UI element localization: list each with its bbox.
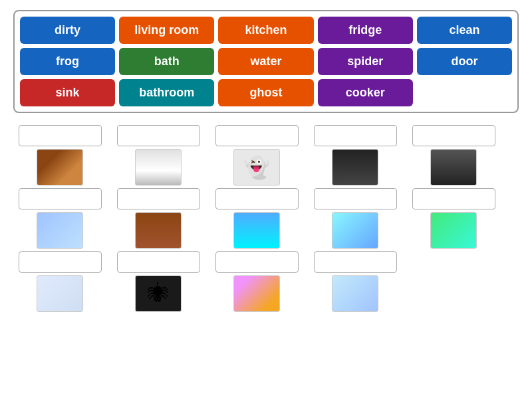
answer-section: 👻🕷 xyxy=(13,125,519,315)
answer-img-ans-door xyxy=(135,212,182,249)
answer-col-ans-fridge xyxy=(407,125,500,186)
word-tile-kitchen[interactable]: kitchen xyxy=(218,17,313,44)
answer-col-ans-kitchen xyxy=(210,251,303,312)
answer-img-ans-kitchen xyxy=(233,275,280,312)
answer-row-1 xyxy=(13,188,519,249)
answer-box-ans-livingroom[interactable] xyxy=(19,188,102,209)
answer-col-ans-dirty xyxy=(13,125,106,186)
answer-col-ans-bathroom xyxy=(13,251,106,312)
answer-img-ans-spider: 🕷 xyxy=(135,275,182,312)
answer-img-ans-frog xyxy=(430,212,477,249)
answer-box-ans-fridge[interactable] xyxy=(412,125,495,146)
word-tile-cooker[interactable]: cooker xyxy=(318,79,413,106)
answer-row-2: 🕷 xyxy=(13,251,519,312)
answer-img-ans-ghost: 👻 xyxy=(233,149,280,186)
word-tile-ghost[interactable]: ghost xyxy=(218,79,313,106)
answer-img-ans-toilet xyxy=(135,149,182,186)
answer-box-ans-frog[interactable] xyxy=(412,188,495,209)
answer-col-ans-door xyxy=(112,188,205,249)
answer-col-ans-water xyxy=(210,188,303,249)
answer-col-ans-toilet xyxy=(112,125,205,186)
answer-col-ans-ghost: 👻 xyxy=(210,125,303,186)
answer-img-ans-livingroom xyxy=(37,212,83,249)
answer-img-ans-sink xyxy=(332,275,378,312)
answer-img-ans-bath xyxy=(332,212,378,249)
answer-box-ans-kitchen[interactable] xyxy=(215,251,299,273)
word-tile-door[interactable]: door xyxy=(417,48,512,75)
main-container: dirtyliving roomkitchenfridgecleanfrogba… xyxy=(0,0,532,325)
answer-box-ans-water[interactable] xyxy=(215,188,299,209)
answer-box-ans-door[interactable] xyxy=(117,188,200,209)
answer-box-ans-bathroom[interactable] xyxy=(19,251,102,273)
word-tile-bathroom[interactable]: bathroom xyxy=(119,79,214,106)
answer-img-ans-water xyxy=(233,212,280,249)
answer-img-ans-bathroom xyxy=(37,275,83,312)
answer-col-ans-bath xyxy=(309,188,402,249)
word-bank: dirtyliving roomkitchenfridgecleanfrogba… xyxy=(13,10,519,113)
answer-box-ans-sink[interactable] xyxy=(314,251,397,273)
answer-box-ans-spider[interactable] xyxy=(117,251,200,273)
word-tile-frog[interactable]: frog xyxy=(20,48,115,75)
answer-box-ans-cooker[interactable] xyxy=(314,125,397,146)
answer-col-ans-frog xyxy=(407,188,500,249)
answer-box-ans-ghost[interactable] xyxy=(215,125,299,146)
word-tile-water[interactable]: water xyxy=(218,48,313,75)
answer-row-0: 👻 xyxy=(13,125,519,186)
answer-img-ans-cooker xyxy=(332,149,378,186)
answer-img-ans-fridge xyxy=(430,149,477,186)
word-tile-dirty[interactable]: dirty xyxy=(20,17,115,44)
word-tile-sink[interactable]: sink xyxy=(20,79,115,106)
word-tile-spider[interactable]: spider xyxy=(318,48,413,75)
answer-box-ans-toilet[interactable] xyxy=(117,125,200,146)
answer-col-ans-sink xyxy=(309,251,402,312)
answer-img-ans-dirty xyxy=(37,149,83,186)
word-tile-living-room[interactable]: living room xyxy=(119,17,214,44)
word-tile-bath[interactable]: bath xyxy=(119,48,214,75)
answer-col-ans-spider: 🕷 xyxy=(112,251,205,312)
word-tile-fridge[interactable]: fridge xyxy=(318,17,413,44)
answer-col-ans-livingroom xyxy=(13,188,106,249)
word-tile-clean[interactable]: clean xyxy=(417,17,512,44)
answer-box-ans-dirty[interactable] xyxy=(19,125,102,146)
answer-col-ans-cooker xyxy=(309,125,402,186)
answer-box-ans-bath[interactable] xyxy=(314,188,397,209)
